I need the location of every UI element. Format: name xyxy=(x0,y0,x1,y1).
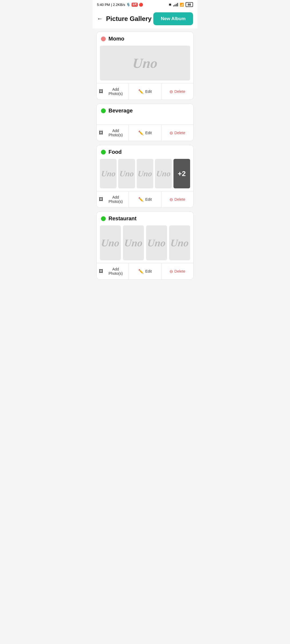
edit-icon: ✏️ xyxy=(138,89,144,94)
food-action-bar: 🖼 Add Photo(s) ✏️ Edit ⊖ Delete xyxy=(97,191,193,207)
delete-icon-food: ⊖ xyxy=(169,197,173,202)
add-photo-icon-food: 🖼 xyxy=(99,197,103,202)
rs-icon: R₹ xyxy=(132,3,138,7)
food-image-3[interactable]: Uno xyxy=(137,159,153,188)
momo-delete-button[interactable]: ⊖ Delete xyxy=(161,83,193,100)
momo-action-bar: 🖼 Add Photo(s) ✏️ Edit ⊖ Delete xyxy=(97,83,193,100)
album-header-restaurant: Restaurant xyxy=(97,212,193,224)
uno-watermark-f2: Uno xyxy=(119,169,134,178)
header-left: ← Picture Gallery xyxy=(97,15,151,23)
add-photo-icon: 🖼 xyxy=(99,89,103,94)
restaurant-image-4[interactable]: Uno xyxy=(169,225,190,260)
new-album-button[interactable]: New Album xyxy=(153,12,193,25)
uno-watermark: Uno xyxy=(132,55,158,71)
uno-watermark-f3: Uno xyxy=(137,169,153,178)
restaurant-image-3[interactable]: Uno xyxy=(146,225,167,260)
beverage-action-bar: 🖼 Add Photo(s) ✏️ Edit ⊖ Delete xyxy=(97,125,193,141)
status-dot-food xyxy=(101,150,106,155)
uno-watermark-f4: Uno xyxy=(156,169,171,178)
food-images-grid: Uno Uno Uno Uno +2 xyxy=(100,159,190,188)
status-dot-restaurant xyxy=(101,216,106,221)
notification-icon: 🔴 xyxy=(139,3,143,7)
delete-icon-momo: ⊖ xyxy=(169,89,173,94)
battery-icon: 88 xyxy=(186,2,193,7)
uno-watermark-r3: Uno xyxy=(147,237,166,249)
album-card-momo: Momo Uno 🖼 Add Photo(s) ✏️ Edit ⊖ Delete xyxy=(96,32,194,100)
beverage-empty-body xyxy=(97,116,193,125)
food-delete-button[interactable]: ⊖ Delete xyxy=(161,191,193,207)
header: ← Picture Gallery New Album xyxy=(93,9,197,28)
momo-add-photos-button[interactable]: 🖼 Add Photo(s) xyxy=(97,83,129,100)
page-title: Picture Gallery xyxy=(106,15,151,23)
momo-image-1[interactable]: Uno xyxy=(100,46,190,80)
album-name-momo: Momo xyxy=(108,36,124,42)
food-image-4[interactable]: Uno xyxy=(155,159,172,188)
momo-edit-button[interactable]: ✏️ Edit xyxy=(129,83,161,100)
album-header-food: Food xyxy=(97,145,193,158)
album-header-momo: Momo xyxy=(97,32,193,45)
beverage-delete-button[interactable]: ⊖ Delete xyxy=(161,125,193,141)
restaurant-action-bar: 🖼 Add Photo(s) ✏️ Edit ⊖ Delete xyxy=(97,263,193,279)
status-dot-momo xyxy=(101,36,106,41)
album-header-beverage: Beverage xyxy=(97,104,193,116)
bluetooth-icon: ✱ xyxy=(169,3,172,7)
album-name-restaurant: Restaurant xyxy=(108,215,136,222)
status-bar: 5:40 PM | 2.2KB/s 🎙️ R₹ 🔴 ✱ 📶 88 xyxy=(93,0,197,9)
beverage-add-photos-button[interactable]: 🖼 Add Photo(s) xyxy=(97,125,129,141)
edit-icon-rest: ✏️ xyxy=(138,269,144,274)
uno-watermark-r2: Uno xyxy=(124,237,143,249)
food-image-1[interactable]: Uno xyxy=(100,159,117,188)
restaurant-add-photos-button[interactable]: 🖼 Add Photo(s) xyxy=(97,263,129,279)
food-image-overlay[interactable]: +2 xyxy=(173,159,190,188)
food-edit-button[interactable]: ✏️ Edit xyxy=(129,191,161,207)
uno-watermark-r4: Uno xyxy=(170,237,189,249)
back-button[interactable]: ← xyxy=(97,15,103,22)
food-image-2[interactable]: Uno xyxy=(118,159,135,188)
signal-bars xyxy=(173,3,178,6)
album-card-food: Food Uno Uno Uno Uno +2 🖼 Add Photo(s) xyxy=(96,145,194,208)
album-name-beverage: Beverage xyxy=(108,108,133,114)
status-left: 5:40 PM | 2.2KB/s 🎙️ R₹ 🔴 xyxy=(97,3,143,7)
food-add-photos-button[interactable]: 🖼 Add Photo(s) xyxy=(97,191,129,207)
mic-off-icon: 🎙️ xyxy=(126,3,130,7)
status-right: ✱ 📶 88 xyxy=(169,2,193,7)
delete-icon-bev: ⊖ xyxy=(169,130,173,136)
add-photo-icon-rest: 🖼 xyxy=(99,269,103,274)
restaurant-images-grid: Uno Uno Uno Uno xyxy=(100,225,190,260)
uno-watermark-f1: Uno xyxy=(101,169,116,178)
restaurant-delete-button[interactable]: ⊖ Delete xyxy=(161,263,193,279)
add-photo-icon-bev: 🖼 xyxy=(99,130,103,135)
uno-watermark-r1: Uno xyxy=(101,237,120,249)
time-label: 5:40 PM xyxy=(97,3,110,7)
status-dot-beverage xyxy=(101,108,106,113)
beverage-edit-button[interactable]: ✏️ Edit xyxy=(129,125,161,141)
delete-icon-rest: ⊖ xyxy=(169,269,173,274)
restaurant-image-1[interactable]: Uno xyxy=(100,225,121,260)
restaurant-image-2[interactable]: Uno xyxy=(123,225,144,260)
restaurant-edit-button[interactable]: ✏️ Edit xyxy=(129,263,161,279)
album-card-beverage: Beverage 🖼 Add Photo(s) ✏️ Edit ⊖ Delete xyxy=(96,104,194,141)
edit-icon-bev: ✏️ xyxy=(138,130,144,136)
food-extra-count: +2 xyxy=(178,170,186,178)
album-card-restaurant: Restaurant Uno Uno Uno Uno 🖼 Add Photo(s… xyxy=(96,211,194,280)
album-list: Momo Uno 🖼 Add Photo(s) ✏️ Edit ⊖ Delete xyxy=(93,28,197,283)
edit-icon-food: ✏️ xyxy=(138,197,144,202)
momo-images: Uno xyxy=(100,46,190,80)
album-name-food: Food xyxy=(108,149,122,155)
network-speed: | 2.2KB/s xyxy=(111,3,125,7)
wifi-icon: 📶 xyxy=(180,3,184,7)
